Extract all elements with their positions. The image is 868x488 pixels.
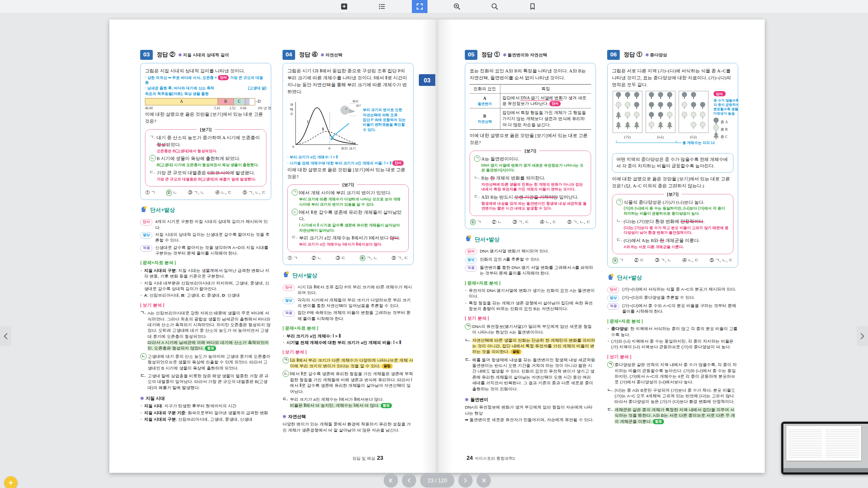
thumbnail-screen — [783, 424, 868, 472]
text-run: 대기 중 산소의 농도가 증가하여 A 시기에 오존층이 — [157, 135, 260, 140]
analysis-line: 따라서 A 시기에 남세균에 의해 바다와 대기에 산소가 축적되었지만, 오존… — [148, 340, 271, 351]
text-line: ➡ 돌연변이로 새로운 유전자가 만들어지며, 자손에게 유전될 수 있다. — [465, 417, 596, 423]
text-run: 비율은 Ⅱ에서 더 높지만, 개체수는 Ⅰ에서 더 많다. — [290, 403, 381, 408]
column-q04: 04정답 ④✱ 자연선택그림은 시기 Ⅰ과 Ⅱ에서 동일한 종으로 구성된 조류… — [283, 50, 414, 450]
choice-number: ③ — [188, 190, 192, 195]
list-icon[interactable] — [374, 0, 390, 13]
analysis-line: Ⅰ에서 Ⅱ로 갈수록 생존에 유리한 형질을 가진 개체들은 생존에 부적합한 … — [290, 371, 414, 394]
analysis-text: 고생대 말에 삼엽충을 비롯한 많은 해양 생물이 멸종한 가장 큰 규모의 대… — [148, 373, 271, 391]
first-page-button[interactable] — [384, 473, 398, 488]
question-box: 그림은 지질 시대의 상대적 길이를 나타낸 것이다.· 강한 자외선 ➡ 주로… — [140, 63, 271, 200]
book-spread: 03정답 ②✱ 지질 시대의 상대적 길이그림은 지질 시대의 상대적 길이를 … — [109, 20, 765, 473]
text-line: · 부리 크기가 a인 개체수: Ⅰ > Ⅱ — [287, 155, 409, 160]
bogi-line: A와 B는 반드시 오랜 기간을 거쳐야만 일어난다. — [481, 194, 587, 201]
svg-text:Ⅱ: Ⅱ — [322, 128, 324, 132]
answer-choice: ② ㄴ — [492, 219, 502, 225]
analysis-item: ㄴ.(다)는 종 A와 B로만 구성되어 (가)보다 종 수가 적다. 분포 비… — [607, 387, 738, 405]
annotation-line: 비율이 변하였음을 확인할 — [363, 122, 409, 127]
text-run: DNA의 유전정보에 변화가 생겨 부모에게 없던 형질이 자손에게 나타나는 … — [465, 405, 592, 416]
bogi-line: 가장 큰 규모의 대멸종은 C와 D 사이에 발생했다. — [157, 170, 262, 177]
bogi-line: A와 B는 서로 다른 개체군을 이룬다. — [624, 245, 729, 250]
page-indicator[interactable]: 23 / 120 — [420, 473, 454, 488]
bullet-line: A: 선캄브리아시대, B: 고생대, C: 중생대, D: 신생대 — [140, 292, 271, 298]
bogi-text: A와 B는 반드시 오랜 기간을 거쳐야만 일어난다.항생제에 내성을 갖게 되… — [481, 193, 587, 212]
zoom-in-icon[interactable] — [449, 0, 465, 13]
factor-answer: 돌연변이 — [472, 102, 498, 106]
text-run: 일어난다. — [558, 195, 579, 200]
lightbulb-head-icon — [140, 206, 148, 216]
question-header: 03정답 ②✱ 지질 시대의 상대적 길이 — [140, 50, 271, 60]
download-icon[interactable] — [336, 0, 352, 13]
text-run: 이에 대한 설명으로 옳은 것만을 [보기]에서 있는 대로 고른 것은? — [470, 133, 588, 145]
answer-choices: ① ㄱ② ㄷ③ ㄱ, ㄴ④ ㄴ, ㄷ⑤ ㄱ, ㄴ, ㄷ — [612, 257, 733, 263]
definition-box: 어떤 지역의 종다양성은 종 수가 많을수록 전체 개체수에서 각 종이 차지하… — [612, 153, 733, 173]
analysis-text: 고생대에 대기 중의 산소 농도가 높아지며 고생대 중기에 오존층이 형성되었… — [148, 353, 271, 371]
timeline-d-label: –D — [256, 99, 261, 105]
bookmark-icon[interactable] — [525, 0, 540, 13]
text-run: 종다양성은 같은 면적의 지역 내에서 종 수가 많을수록, 각 종이 차지하는… — [615, 362, 736, 384]
add-button[interactable]: + — [4, 476, 17, 488]
bogi-text: 가장 큰 규모의 대멸종은 C와 D 사이에 발생했다.가장 큰 규모의 대멸종… — [157, 169, 262, 182]
previous-page-button[interactable] — [402, 473, 416, 488]
bogi-line: (다)는 (가)보다 종 수가 적고 분포 비율이 고르지 않기 때문에 종다양… — [624, 226, 729, 236]
bullet-line: 시기별 전체 개체수에 대한 부리 크기가 a인 개체의 비율: Ⅰ < Ⅱ — [283, 340, 414, 345]
bogi-line: 항생제에 내성을 갖게 되는 돌연변이인 항생제 내성 세균처럼 돌연변이는 짧… — [481, 201, 587, 211]
text-run: (다)는 (가)보다 종 수가 적고 분포 비율이 고르지 않기 때문에 종다양… — [624, 226, 729, 235]
bullet-line: 부리 크기가 a인 개체수: Ⅰ > Ⅱ — [283, 333, 414, 339]
choice-number: ④ — [215, 190, 220, 195]
answer-label: 정답 ① — [624, 51, 642, 59]
text-run: : 지구가 탄생한 후부터 현재까지의 시간 — [162, 403, 236, 408]
clue-pill-text: 시기 Ⅰ과 Ⅱ에서 조류 집단 P의 부리 크기에 따른 개체수가 제시되어 있… — [297, 284, 414, 296]
answer-choice: ⑤ ㄱ, ㄴ, ㄷ — [567, 219, 591, 225]
text-line: · 남세균 출현 후, 바다와 대기에 산소 축적(고생대 말) — [145, 86, 266, 91]
text-line: 이에 대한 설명으로 옳은 것만을 [보기]에서 있는 대로 고른 것은? — [145, 111, 266, 125]
bogi-text: (다)는 (가)보다 환경 변화에 안정적이다.(다)는 (가)보다 종 수가 … — [624, 218, 729, 236]
analysis-item: ㄷ.개체군은 같은 종의 개체가 특정한 지역 내에서 집단을 이루어 서식하는… — [607, 406, 738, 425]
search-icon[interactable] — [487, 0, 503, 13]
text-line: 이에 대한 설명으로 옳은 것만을 [보기]에서 있는 대로 고른 것은? (단… — [612, 176, 733, 190]
bogi-line: Ⅰ에서 Ⅱ로 갈수록 생존에 유리한 개체들이 살아남았다. — [299, 209, 404, 223]
question-number-badge: 05 — [465, 50, 477, 60]
bogi-line: (다)에서 A는 B와 한 개체군을 이룬다. — [624, 237, 729, 244]
next-page-button[interactable] — [458, 473, 473, 488]
svg-text:Ⅰ: Ⅰ — [307, 120, 309, 124]
text-run: Ⅰ과 Ⅱ에서 부리 크기가 다른 개체수가 다양하게 나타나므로 개체 사이에 … — [290, 358, 413, 368]
bogi-item: ㄴ.B는 한 개체의 변화를 의미한다.자연선택에 따른 생물의 진화는 한 개… — [474, 174, 587, 193]
correct-circle-mark: ㄱ — [607, 361, 614, 368]
chapter-tab[interactable]: 03 — [419, 74, 435, 86]
answer-choice: ② ㄴ — [312, 255, 322, 261]
analysis-text: Ⅰ에서 Ⅱ로 갈수록 생존에 유리한 형질을 가진 개체들은 생존에 부적합한 … — [290, 370, 414, 395]
bullet-line: 지질 시대: 지구가 탄생한 후부터 현재까지의 시간 — [140, 403, 271, 409]
next-spread-arrow[interactable] — [857, 326, 868, 346]
analysis-line: 비율은 Ⅱ에서 더 높지만, 개체수는 Ⅰ에서 더 많다. 함정 — [290, 403, 414, 408]
selected-answer-ring: ① — [470, 219, 476, 225]
last-page-button[interactable] — [477, 473, 491, 488]
selected-answer-ring: ④ — [360, 255, 365, 261]
text-run: 오랜 기간을 거쳐야만 — [514, 195, 558, 200]
text-run: A — [144, 293, 147, 298]
previous-spread-arrow[interactable] — [0, 326, 11, 346]
choice-number: ④ — [682, 258, 687, 262]
clue-pill: 발상 — [283, 298, 295, 304]
analysis-mark: ㄴ — [283, 370, 290, 395]
svg-text:종 B: 종 B — [720, 127, 728, 131]
page-thumbnail[interactable] — [781, 422, 868, 475]
bogi-text: Ⅰ에서 Ⅱ로 갈수록 생존에 유리한 개체들이 살아남았다.Ⅰ 시기에서 Ⅱ 시… — [299, 209, 404, 234]
bullet-line: 유전자의 DNA 염기서열에 변화가 생기는 진화의 요인 A는 돌연변이이다. — [465, 288, 596, 299]
answer-choice: ① ㄱ — [288, 255, 298, 261]
page-right: 05정답 ①✱ 돌연변이와 자연선택표는 진화의 요인 A와 B의 특징을 나타… — [437, 20, 765, 473]
correct-circle-mark: ㄴ — [149, 155, 156, 161]
analysis-text: Ⅰ과 Ⅱ에서 부리 크기가 다른 개체수가 다양하게 나타나므로 개체 사이에 … — [290, 357, 414, 370]
answer-choice: ① ㄱ — [145, 190, 155, 196]
text-run: 특정 형질을 갖는 개체가 생존 경쟁에서 살아남아 집단에 속한 유전정보의 … — [469, 301, 593, 311]
fullscreen-icon[interactable] — [412, 0, 427, 13]
bogi-box: [보기]ㄱ식물의 종다양성은 (가)가 (나)보다 높다.(가)와 (나)에서 … — [612, 194, 733, 255]
bogi-mark: ㄴ. — [474, 174, 481, 193]
factor-letter: A — [472, 95, 498, 102]
tlrow: ABC–D — [145, 98, 266, 105]
text-run: · 부리 크기가 a인 개체수: Ⅰ > Ⅱ — [287, 155, 338, 159]
correct-circle-mark: ㄴ — [283, 370, 289, 377]
text-run: 가장 큰 규모의 대멸종은 — [157, 170, 207, 175]
bogi-line: A는 돌연변이이다. — [481, 156, 587, 163]
text-run: 오존층은 B(고생대)에서 형성되었다. — [157, 149, 217, 153]
